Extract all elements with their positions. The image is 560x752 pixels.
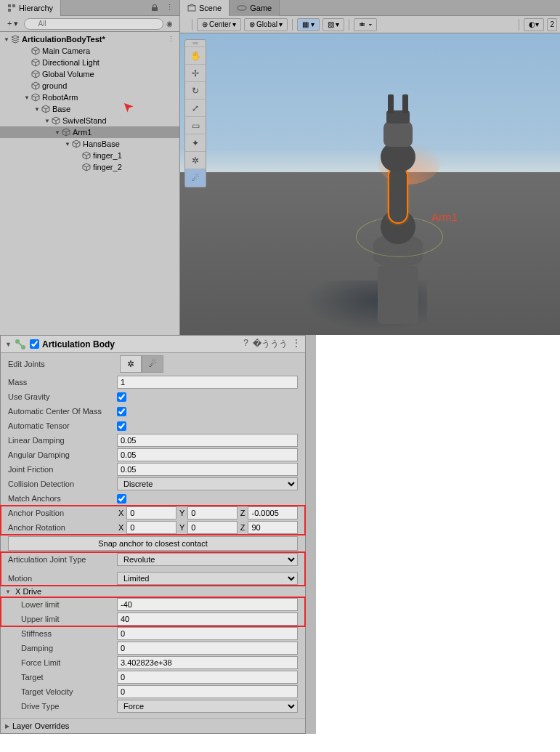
scene-panel: Scene Game ⊕Center ▾ ⊗Global ▾ ▦ ▾ ▨ ▾ ⩨… [180, 0, 560, 335]
hierarchy-item[interactable]: Directional Light [0, 57, 179, 68]
help-icon[interactable]: ? [243, 338, 248, 350]
edit-joint-mode-2[interactable]: ☄ [142, 355, 163, 373]
search-filter-icon[interactable]: ◉ [163, 20, 175, 28]
linear-damping-field[interactable] [117, 434, 298, 447]
draw-mode-dropdown[interactable]: ⩨ ▾ [354, 18, 377, 31]
preset-icon[interactable]: �ううう [253, 338, 288, 350]
custom-tool-2-icon[interactable]: ☄ [185, 169, 206, 187]
use-gravity-checkbox[interactable] [117, 392, 126, 402]
expand-arrow-icon[interactable]: ▼ [44, 118, 51, 124]
scene-tab[interactable]: Scene [180, 0, 230, 16]
context-menu-icon[interactable]: ⋮ [163, 2, 175, 14]
angular-damping-field[interactable] [117, 448, 298, 461]
target-field[interactable] [117, 671, 298, 684]
expand-arrow-icon[interactable]: ▼ [3, 36, 10, 43]
damping-field[interactable] [117, 642, 298, 655]
snap-anchor-button[interactable]: Snap anchor to closest contact [8, 536, 298, 551]
stiffness-field[interactable] [117, 627, 298, 640]
gameobject-icon [71, 139, 81, 149]
component-header[interactable]: ▼ Articulation Body ? �ううう ⋮ [1, 336, 305, 353]
hierarchy-item-label: Global Volume [41, 70, 94, 78]
lower-limit-field[interactable] [117, 598, 298, 611]
hierarchy-item-label: SwivelStand [61, 116, 107, 125]
anchor-rot-x[interactable] [126, 521, 176, 534]
match-anchors-checkbox[interactable] [117, 494, 126, 504]
gameobject-icon [31, 69, 41, 79]
game-tab[interactable]: Game [230, 0, 280, 16]
collision-detection-dropdown[interactable]: Discrete [117, 477, 298, 490]
hierarchy-item[interactable]: ▼RobotArm [0, 92, 179, 103]
svg-rect-0 [8, 4, 11, 7]
edit-joints-label: Edit Joints [8, 360, 117, 368]
hierarchy-item-label: Arm1 [71, 128, 92, 137]
drive-type-dropdown[interactable]: Force [117, 700, 298, 713]
scene-viewport[interactable]: ═ ✋ ✢ ↻ ⤢ ▭ ✦ ✲ ☄ [180, 33, 560, 335]
lighting-toggle[interactable]: ◐▾ [524, 18, 544, 31]
joint-type-dropdown[interactable]: Revolute [117, 553, 298, 566]
svg-rect-4 [238, 6, 246, 10]
upper-limit-field[interactable] [117, 612, 298, 626]
scene-tab-label: Scene [199, 4, 222, 12]
gameobject-icon [81, 150, 92, 161]
grid-snap-toggle[interactable]: ▦ ▾ [297, 18, 320, 31]
joint-friction-field[interactable] [117, 463, 298, 476]
transform-tool-icon[interactable]: ✦ [185, 134, 206, 152]
force-limit-field[interactable] [117, 656, 298, 669]
custom-tool-1-icon[interactable]: ✲ [185, 152, 206, 169]
gameobject-icon [81, 162, 92, 172]
hierarchy-item[interactable]: ▼SwivelStand [0, 115, 179, 126]
hierarchy-item-label: RobotArm [41, 93, 78, 102]
auto-com-checkbox[interactable] [117, 407, 126, 416]
expand-arrow-icon[interactable]: ▼ [23, 94, 31, 101]
toolbar-extra[interactable]: 2 [547, 18, 557, 31]
palette-grip-icon[interactable]: ═ [185, 40, 206, 47]
scene-tab-icon [187, 4, 196, 12]
snap-increment-button[interactable]: ▨ ▾ [322, 18, 345, 31]
mass-field[interactable] [117, 376, 298, 389]
lock-icon[interactable] [149, 2, 161, 14]
auto-tensor-checkbox[interactable] [117, 421, 126, 431]
fold-arrow-icon[interactable]: ▼ [5, 341, 14, 348]
hand-tool-icon[interactable]: ✋ [185, 47, 206, 65]
edit-joint-mode-1[interactable]: ✲ [120, 355, 142, 373]
rotate-tool-icon[interactable]: ↻ [185, 82, 206, 100]
anchor-rot-z[interactable] [248, 521, 298, 534]
component-enabled-checkbox[interactable] [30, 339, 39, 349]
move-tool-icon[interactable]: ✢ [185, 65, 206, 82]
expand-arrow-icon[interactable]: ▼ [33, 106, 41, 113]
gameobject-icon [31, 92, 41, 102]
scene-menu-icon[interactable]: ⋮ [168, 36, 175, 43]
hierarchy-item-label: ground [41, 81, 67, 90]
hierarchy-item[interactable]: Global Volume [0, 68, 179, 80]
anchor-pos-x[interactable] [126, 506, 176, 519]
hierarchy-item[interactable]: finger_2 [0, 161, 179, 173]
hierarchy-tab[interactable]: Hierarchy [0, 0, 61, 16]
hierarchy-item[interactable]: Main Camera [0, 45, 179, 57]
component-menu-icon[interactable]: ⋮ [292, 338, 301, 350]
hierarchy-item[interactable]: finger_1 [0, 150, 179, 161]
anchor-pos-y[interactable] [187, 506, 238, 519]
hierarchy-item[interactable]: ▼Base [0, 103, 179, 115]
expand-arrow-icon[interactable]: ▼ [54, 129, 61, 136]
hierarchy-item[interactable]: ground [0, 80, 179, 92]
anchor-rot-y[interactable] [187, 521, 238, 534]
hierarchy-item[interactable]: ▼Arm1 [0, 126, 179, 138]
create-dropdown[interactable]: + ▾ [4, 19, 21, 28]
scene-row[interactable]: ▼ ArticulationBodyTest* ⋮ [0, 33, 179, 45]
scene-icon [10, 34, 20, 44]
scene-toolbar: ⊕Center ▾ ⊗Global ▾ ▦ ▾ ▨ ▾ ⩨ ▾ ◐▾ 2 [180, 16, 560, 33]
target-velocity-field[interactable] [117, 685, 298, 698]
xdrive-foldout[interactable]: ▼X Drive [1, 586, 305, 597]
scale-tool-icon[interactable]: ⤢ [185, 100, 206, 117]
layer-overrides-foldout[interactable]: ▶ Layer Overrides [1, 718, 305, 733]
search-input[interactable] [24, 18, 163, 30]
hierarchy-item[interactable]: ▼HansBase [0, 138, 179, 150]
gameobject-icon [31, 81, 41, 91]
svg-line-7 [19, 343, 22, 346]
motion-dropdown[interactable]: Limited [117, 572, 298, 585]
space-mode-dropdown[interactable]: ⊗Global ▾ [244, 18, 288, 31]
rect-tool-icon[interactable]: ▭ [185, 117, 206, 134]
expand-arrow-icon[interactable]: ▼ [64, 141, 71, 147]
anchor-pos-z[interactable] [248, 506, 298, 519]
pivot-mode-dropdown[interactable]: ⊕Center ▾ [197, 18, 241, 31]
